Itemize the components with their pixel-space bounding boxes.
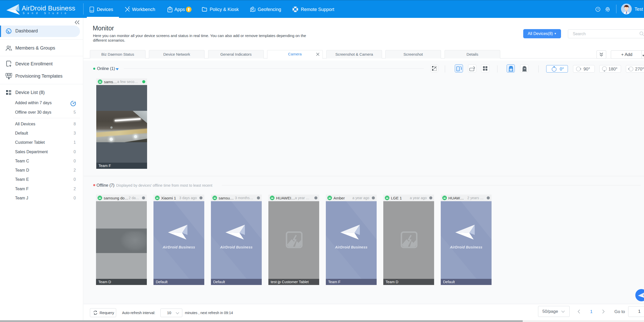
svg-text:?: ? bbox=[597, 8, 599, 11]
